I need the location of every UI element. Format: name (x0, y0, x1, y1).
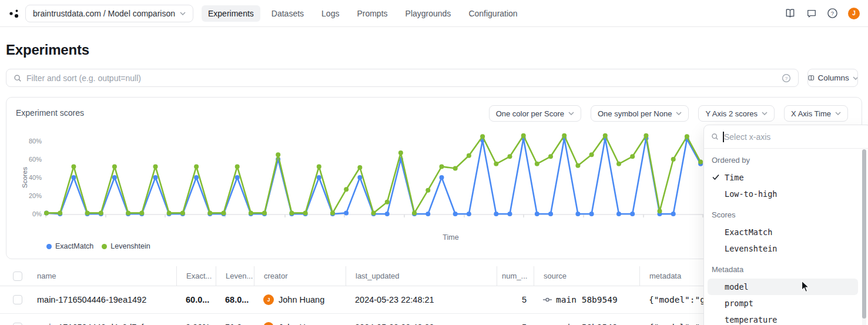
scrollbar-thumb[interactable] (862, 149, 866, 319)
dropdown-item-levenshtein[interactable]: Levenshtein (708, 240, 858, 257)
row-checkbox[interactable] (13, 323, 22, 325)
tab-playgrounds[interactable]: Playgrounds (399, 5, 458, 22)
cell-source: main 58b9549 (534, 286, 639, 313)
y-tick-80%: 80% (22, 138, 42, 145)
nav-right: ? J (785, 8, 868, 19)
chevron-down-icon (568, 112, 574, 115)
dropdown-group-label-metadata: Metadata (708, 265, 858, 274)
chevron-down-icon (853, 76, 857, 80)
chevron-down-icon (835, 112, 841, 115)
braintrust-logo-icon[interactable] (7, 6, 21, 21)
legend-item-levenshtein[interactable]: Levenshtein (102, 242, 150, 250)
column-header-num[interactable]: num_... (497, 266, 534, 286)
y-axis-label: Scores (21, 167, 28, 188)
chart-control-x-axis-time[interactable]: X Axis Time (784, 105, 848, 122)
filter-help-icon[interactable]: ? (782, 73, 791, 83)
x-axis-label: Time (392, 233, 510, 242)
cell-creator: JJohn Huang (254, 314, 346, 325)
text-caret (723, 132, 724, 142)
tab-configuration[interactable]: Configuration (462, 5, 524, 22)
help-icon[interactable]: ? (827, 8, 838, 19)
search-icon (14, 74, 22, 82)
dropdown-search-row (704, 125, 868, 149)
tab-datasets[interactable]: Datasets (265, 5, 310, 22)
search-icon (711, 133, 719, 140)
dropdown-item-low-to-high[interactable]: Low-to-high (708, 186, 858, 202)
cell-last-updated: 2024-05-23 22:48:21 (346, 286, 497, 313)
chart-control-one-color-per-score[interactable]: One color per Score (489, 105, 581, 122)
cell-creator: JJohn Huang (254, 286, 346, 313)
chart-controls: One color per ScoreOne symbol per NoneY … (489, 105, 848, 122)
creator-avatar: J (263, 322, 274, 325)
cell-num: 5 (497, 314, 534, 325)
cell-name: main-1716504446-d4c6d7ef (31, 314, 176, 325)
row-checkbox[interactable] (13, 295, 22, 304)
tab-experiments[interactable]: Experiments (202, 5, 260, 22)
cell-last-updated: 2024-05-23 22:48:20 (346, 314, 497, 325)
dropdown-item-prompt[interactable]: prompt (708, 295, 858, 311)
svg-text:?: ? (831, 10, 834, 16)
column-header-leven[interactable]: Leven... (216, 266, 254, 286)
dropdown-item-exactmatch[interactable]: ExactMatch (708, 224, 858, 240)
column-header-last_updated[interactable]: last_updated (346, 266, 497, 286)
project-selector[interactable]: braintrustdata.com / Model comparison (25, 5, 193, 22)
creator-avatar: J (263, 294, 274, 305)
cell-source: main 58b9549 (534, 314, 639, 325)
chart-control-one-symbol-per-none[interactable]: One symbol per None (591, 105, 689, 122)
cell-leven-score: 68.0... (216, 286, 254, 313)
commit-icon (543, 296, 552, 303)
column-header-source[interactable]: source (534, 266, 639, 286)
nav-tabs: ExperimentsDatasetsLogsPromptsPlayground… (202, 5, 524, 22)
dropdown-list: Ordered byTimeLow-to-highScoresExactMatc… (704, 149, 868, 325)
x-axis-dropdown-menu: Ordered byTimeLow-to-highScoresExactMatc… (703, 125, 868, 325)
select-all-checkbox[interactable] (13, 272, 22, 281)
columns-button[interactable]: Columns (807, 69, 858, 87)
cell-exact-score: 60.0... (176, 286, 216, 313)
cell-name: main-1716504446-19ea1492 (31, 286, 176, 313)
chevron-down-icon (180, 12, 186, 15)
cell-exact-score: 0.00% (176, 314, 216, 325)
filter-input-wrap: ? (6, 69, 799, 87)
y-tick-60%: 60% (22, 156, 42, 163)
x-axis-search-input[interactable] (724, 132, 864, 142)
user-avatar[interactable]: J (848, 8, 860, 19)
y-tick-20%: 20% (22, 192, 42, 199)
column-header-creator[interactable]: creator (254, 266, 346, 286)
column-header-exact[interactable]: Exact... (176, 266, 216, 286)
chart-control-y-axis-2-scores[interactable]: Y Axis 2 scores (698, 105, 775, 122)
svg-text:?: ? (785, 75, 788, 81)
dropdown-item-time[interactable]: Time (708, 169, 858, 186)
chart-legend: ExactMatchLevenshtein (46, 242, 150, 250)
legend-dot (102, 244, 107, 249)
chevron-down-icon (762, 112, 768, 115)
columns-icon (808, 74, 815, 82)
filter-input[interactable] (26, 73, 782, 83)
docs-icon[interactable] (785, 8, 796, 19)
dropdown-group-label-ordered-by: Ordered by (708, 156, 858, 165)
tab-prompts[interactable]: Prompts (350, 5, 394, 22)
project-selector-label: braintrustdata.com / Model comparison (33, 9, 175, 18)
legend-dot (46, 244, 52, 249)
legend-item-exactmatch[interactable]: ExactMatch (46, 242, 93, 250)
cell-num: 5 (497, 286, 534, 313)
dropdown-item-temperature[interactable]: temperature (708, 311, 858, 325)
dropdown-item-model[interactable]: model (708, 279, 858, 295)
check-icon (712, 174, 719, 180)
dropdown-group-label-scores: Scores (708, 210, 858, 219)
chart-title: Experiment scores (16, 108, 84, 118)
page-title: Experiments (6, 42, 89, 58)
feedback-icon[interactable] (806, 8, 817, 19)
columns-button-label: Columns (818, 73, 849, 82)
top-nav: braintrustdata.com / Model comparison Ex… (0, 0, 868, 27)
tab-logs[interactable]: Logs (315, 5, 346, 22)
y-tick-0%: 0% (22, 210, 42, 217)
column-header-name[interactable]: name (31, 266, 176, 286)
chevron-down-icon (676, 112, 682, 115)
cell-leven-score: 51.0... (216, 314, 254, 325)
